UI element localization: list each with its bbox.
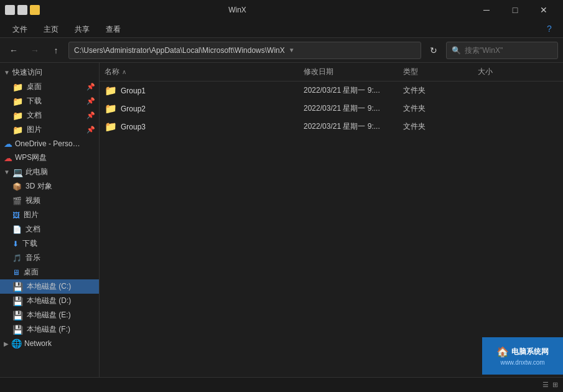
folder-yellow-icon: 📁 <box>105 103 117 114</box>
sidebar-item-label: 文档 <box>27 110 42 121</box>
addressbar: ← → ↑ C:\Users\Administrator\AppData\Loc… <box>0 38 563 63</box>
col-size[interactable]: 大小 <box>473 65 535 78</box>
tab-share[interactable]: 共享 <box>67 22 97 37</box>
pin-icon: 📌 <box>86 111 95 119</box>
sidebar-item-drive-e[interactable]: 💾 本地磁盘 (E:) <box>0 308 99 322</box>
sidebar-item-download-quick[interactable]: 📁 下载 📌 <box>0 94 99 108</box>
search-bar[interactable]: 🔍 <box>446 42 558 59</box>
tab-view[interactable]: 查看 <box>98 22 128 37</box>
sidebar-item-pic-quick[interactable]: 📁 图片 📌 <box>0 123 99 137</box>
col-type[interactable]: 类型 <box>398 65 473 78</box>
file-date-cell: 2022/03/21 星期一 9:... <box>299 83 398 98</box>
file-date-cell: 2022/03/21 星期一 9:... <box>299 101 398 116</box>
sidebar-onedrive-header[interactable]: ☁ OneDrive - Persona... <box>0 137 99 151</box>
sidebar-item-label: 音乐 <box>26 253 40 263</box>
drive-f-icon: 💾 <box>12 325 23 335</box>
sidebar-item-drive-f[interactable]: 💾 本地磁盘 (F:) <box>0 322 99 337</box>
network-label: Network <box>24 339 52 348</box>
ribbon-tabs: 文件 主页 共享 查看 ? <box>0 20 563 37</box>
col-date-label: 修改日期 <box>304 67 333 76</box>
sidebar-quick-access-header[interactable]: ▼ 快速访问 <box>0 65 99 80</box>
file-date-cell: 2022/03/21 星期一 9:... <box>299 119 398 134</box>
watermark-title: 电脑系统网 <box>511 347 549 357</box>
maximize-button[interactable]: □ <box>501 0 529 20</box>
file-size-cell <box>473 107 535 111</box>
sidebar-network-header[interactable]: ▶ 🌐 Network <box>0 337 99 350</box>
breadcrumb-dropdown-icon[interactable]: ▼ <box>289 47 295 54</box>
sidebar-item-label: 图片 <box>24 210 39 220</box>
titlebar-controls: ─ □ ✕ <box>472 0 558 20</box>
col-name[interactable]: 名称 ∧ <box>100 65 299 78</box>
sidebar-item-label: 下载 <box>22 238 37 249</box>
pc-label: 此电脑 <box>26 167 48 177</box>
help-button[interactable]: ? <box>541 20 558 37</box>
back-button[interactable]: ← <box>5 42 22 59</box>
collapse-arrow-quick: ▼ <box>4 69 10 76</box>
titlebar-title: WinX <box>6 6 468 14</box>
sidebar-item-label: 下载 <box>27 96 42 106</box>
sidebar-item-label: 桌面 <box>24 267 39 278</box>
sidebar-item-3d[interactable]: 📦 3D 对象 <box>0 179 99 194</box>
sidebar-item-desktop-pc[interactable]: 🖥 桌面 <box>0 265 99 279</box>
titlebar: WinX ─ □ ✕ <box>0 0 563 20</box>
table-row[interactable]: 📁 Group2 2022/03/21 星期一 9:... 文件夹 <box>100 100 563 118</box>
list-view-icon[interactable]: ☰ <box>542 381 549 389</box>
sidebar-item-doc-quick[interactable]: 📁 文档 📌 <box>0 108 99 123</box>
sidebar-item-label: 文档 <box>26 224 40 235</box>
drive-d-icon: 💾 <box>12 296 23 306</box>
folder-blue-icon: 📁 <box>12 111 23 121</box>
forward-button[interactable]: → <box>26 42 44 59</box>
file-name: Group1 <box>121 86 146 95</box>
sidebar-pc-header[interactable]: ▼ 💻 此电脑 <box>0 165 99 179</box>
drive-c-icon: 💾 <box>12 282 23 292</box>
file-size-cell <box>473 89 535 93</box>
wps-icon: ☁ <box>4 153 12 163</box>
video-icon: 🎬 <box>12 197 22 205</box>
sidebar-item-drive-c[interactable]: 💾 本地磁盘 (C:) <box>0 279 99 294</box>
statusbar-view-icons: ☰ ⊞ <box>542 381 558 389</box>
breadcrumb-bar[interactable]: C:\Users\Administrator\AppData\Local\Mic… <box>68 42 421 59</box>
sidebar-item-drive-d[interactable]: 💾 本地磁盘 (D:) <box>0 294 99 308</box>
file-header: 名称 ∧ 修改日期 类型 大小 <box>100 63 563 82</box>
statusbar: ☰ ⊞ <box>0 377 563 392</box>
minimize-button[interactable]: ─ <box>472 0 501 20</box>
onedrive-label: OneDrive - Persona... <box>15 139 83 148</box>
tab-file[interactable]: 文件 <box>5 22 35 37</box>
search-icon: 🔍 <box>452 46 461 55</box>
drive-e-icon: 💾 <box>12 310 23 320</box>
sidebar-item-label: 本地磁盘 (D:) <box>27 296 71 306</box>
col-date[interactable]: 修改日期 <box>299 65 398 78</box>
sidebar-item-label: 图片 <box>27 124 42 135</box>
object3d-icon: 📦 <box>12 182 22 191</box>
desk-icon: 🖥 <box>12 268 20 277</box>
sidebar-item-label: 本地磁盘 (E:) <box>27 310 71 320</box>
search-input[interactable] <box>465 46 552 55</box>
sidebar-item-download-pc[interactable]: ⬇ 下载 <box>0 236 99 251</box>
network-icon: 🌐 <box>11 338 22 348</box>
sort-arrow: ∧ <box>122 68 126 75</box>
grid-view-icon[interactable]: ⊞ <box>552 381 558 389</box>
sidebar-wps-header[interactable]: ☁ WPS网盘 <box>0 151 99 165</box>
table-row[interactable]: 📁 Group3 2022/03/21 星期一 9:... 文件夹 <box>100 118 563 136</box>
table-row[interactable]: 📁 Group1 2022/03/21 星期一 9:... 文件夹 <box>100 82 563 100</box>
sidebar-item-video[interactable]: 🎬 视频 <box>0 194 99 208</box>
col-size-label: 大小 <box>478 67 493 76</box>
breadcrumb-path: C:\Users\Administrator\AppData\Local\Mic… <box>74 46 285 55</box>
sidebar-item-pic-pc[interactable]: 🖼 图片 <box>0 208 99 222</box>
watermark: 🏠 电脑系统网 www.dnxtw.com <box>482 337 563 375</box>
refresh-button[interactable]: ↻ <box>425 42 442 59</box>
folder-green-icon: 📁 <box>12 96 23 106</box>
sidebar-item-music[interactable]: 🎵 音乐 <box>0 251 99 265</box>
sidebar-item-doc-pc[interactable]: 📄 文档 <box>0 222 99 236</box>
collapse-arrow-network: ▶ <box>4 340 9 347</box>
file-name-cell: 📁 Group3 <box>100 119 299 134</box>
wps-label: WPS网盘 <box>15 152 47 163</box>
up-button[interactable]: ↑ <box>47 42 65 59</box>
close-button[interactable]: ✕ <box>529 0 558 20</box>
sidebar-item-label: 本地磁盘 (F:) <box>27 324 70 335</box>
tab-home[interactable]: 主页 <box>36 22 66 37</box>
sidebar-item-desktop-quick[interactable]: 📁 桌面 📌 <box>0 80 99 94</box>
watermark-house-icon: 🏠 <box>496 346 509 358</box>
onedrive-icon: ☁ <box>4 139 12 149</box>
sidebar-item-label: 视频 <box>26 195 40 206</box>
